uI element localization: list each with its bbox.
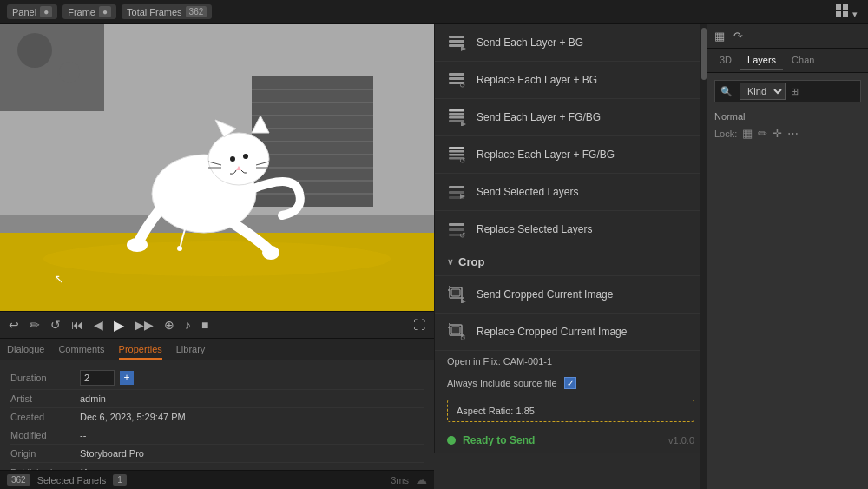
tab-dialogue[interactable]: Dialogue (7, 340, 44, 360)
version-label: v1.0.0 (668, 435, 694, 446)
duration-plus-button[interactable]: + (120, 371, 134, 385)
scrollbar[interactable] (700, 24, 707, 489)
replace-cropped-icon: ↺ (447, 322, 466, 341)
total-frames-value: 362 (186, 6, 207, 17)
send-each-layer-fgbg-label: Send Each Layer + FG/BG (477, 111, 601, 123)
left-panel: ↖ ↩ ✏ ↺ ⏮ ◀ ▶ ▶▶ ⊕ ♪ ■ ⛶ Dialogue Commen… (0, 24, 434, 489)
panel-pill[interactable]: Panel ● (7, 4, 57, 19)
layers-extend-icon[interactable]: ⊞ (791, 86, 799, 97)
send-cropped-current-image-item[interactable]: Send Cropped Current Image (435, 276, 707, 314)
forward-icon[interactable]: ↷ (733, 30, 743, 43)
svg-point-32 (127, 238, 148, 252)
svg-text:↺: ↺ (459, 156, 466, 163)
right-panel: ▦ ↷ 3D Layers Chan 🔍 Kind ⊞ Normal Lock:… (707, 24, 868, 489)
created-row: Created Dec 6, 2023, 5:29:47 PM (10, 408, 424, 426)
video-area: ↖ (0, 24, 434, 311)
skip-back-button[interactable]: ⏮ (69, 316, 85, 334)
prev-button[interactable]: ◀ (92, 316, 105, 334)
send-each-layer-bg-item[interactable]: Send Each Layer + BG (435, 24, 707, 62)
audio-button[interactable]: ♪ (183, 316, 193, 334)
svg-rect-45 (449, 113, 464, 116)
svg-rect-47 (449, 120, 464, 122)
replace-cropped-current-image-label: Replace Cropped Current Image (477, 326, 627, 338)
svg-rect-41 (449, 77, 464, 80)
layout-icon[interactable]: ▦ (714, 30, 725, 43)
replace-selected-layers-label: Replace Selected Layers (477, 223, 592, 235)
svg-point-25 (230, 156, 235, 162)
fullscreen-button[interactable]: ⛶ (411, 316, 427, 334)
duration-row: Duration + (10, 367, 424, 390)
panel-badge: ● (40, 6, 52, 17)
more-icon: ⋯ (787, 127, 799, 140)
next-button[interactable]: ▶▶ (133, 316, 155, 334)
replace-cropped-current-image-item[interactable]: ↺ Replace Cropped Current Image (435, 314, 707, 351)
panels-count-badge: 1 (113, 474, 127, 486)
replace-each-layer-fgbg-item[interactable]: ↺ Replace Each Layer + FG/BG (435, 136, 707, 174)
redo-button[interactable]: ↺ (49, 316, 62, 334)
tab-3d[interactable]: 3D (713, 51, 739, 70)
send-cropped-current-image-label: Send Cropped Current Image (477, 288, 613, 301)
svg-text:↺: ↺ (459, 81, 466, 89)
svg-rect-37 (449, 40, 464, 43)
created-value: Dec 6, 2023, 5:29:47 PM (80, 412, 186, 422)
tab-chan[interactable]: Chan (785, 51, 821, 70)
top-bar: Panel ● Frame ● Total Frames 362 ▾ (0, 0, 868, 24)
right-top-bar: ▦ ↷ (707, 24, 868, 49)
draw-button[interactable]: ✏ (28, 316, 42, 334)
replace-selected-layers-item[interactable]: ↺ Replace Selected Layers (435, 211, 707, 248)
frame-pill[interactable]: Frame ● (62, 4, 116, 19)
svg-point-17 (17, 33, 52, 68)
crop-section-header[interactable]: ∨ Crop (435, 248, 707, 276)
modified-label: Modified (10, 430, 80, 440)
svg-point-20 (43, 241, 391, 276)
always-include-checkbox[interactable]: ✓ (564, 377, 576, 389)
replace-each-layer-fgbg-label: Replace Each Layer + FG/BG (477, 149, 615, 161)
duration-label: Duration (10, 373, 80, 383)
blend-mode-label: Normal (714, 108, 861, 125)
svg-rect-46 (449, 116, 464, 119)
stop-button[interactable]: ■ (200, 316, 210, 334)
modified-value: -- (80, 430, 86, 440)
grid-icon[interactable]: ▾ (835, 3, 858, 20)
origin-value: Storyboard Pro (80, 448, 144, 459)
svg-text:↖: ↖ (54, 272, 64, 286)
svg-rect-36 (449, 36, 464, 38)
play-button[interactable]: ▶ (112, 315, 126, 335)
created-label: Created (10, 412, 80, 422)
svg-point-26 (243, 154, 248, 159)
open-in-flix-label: Open in Flix: CAM-001-1 (447, 356, 552, 367)
always-include-row: Always Include source file ✓ (435, 372, 707, 394)
frames-badge: 362 (7, 474, 30, 486)
tab-library[interactable]: Library (176, 340, 206, 360)
duration-input[interactable] (80, 370, 115, 386)
replace-each-layer-fgbg-icon: ↺ (447, 145, 466, 164)
replace-each-layer-bg-item[interactable]: ↺ Replace Each Layer + BG (435, 62, 707, 99)
svg-point-33 (262, 246, 279, 260)
add-button[interactable]: ⊕ (162, 316, 176, 334)
svg-rect-40 (449, 73, 464, 76)
center-panel-wrapper: Send Each Layer + BG ↺ Replace Each Laye… (434, 24, 707, 489)
lock-label: Lock: (714, 129, 737, 139)
send-selected-layers-item[interactable]: Send Selected Layers (435, 174, 707, 211)
tab-layers[interactable]: Layers (740, 51, 783, 70)
svg-rect-54 (449, 186, 464, 188)
properties-area: Duration + Artist admin Created Dec 6, 2… (0, 360, 434, 470)
svg-marker-68 (461, 299, 466, 303)
svg-point-18 (59, 62, 80, 83)
total-frames-pill[interactable]: Total Frames 362 (122, 4, 212, 19)
center-panel: Send Each Layer + BG ↺ Replace Each Laye… (434, 24, 707, 453)
rewind-button[interactable]: ↩ (7, 316, 21, 334)
send-each-layer-fgbg-item[interactable]: Send Each Layer + FG/BG (435, 99, 707, 136)
move-icon: ✛ (773, 127, 782, 140)
artist-row: Artist admin (10, 390, 424, 408)
tab-properties[interactable]: Properties (119, 340, 162, 360)
origin-label: Origin (10, 448, 80, 459)
checkerboard-icon: ▦ (742, 127, 753, 140)
svg-point-34 (177, 246, 182, 251)
kind-select[interactable]: Kind (740, 83, 786, 100)
tab-comments[interactable]: Comments (58, 340, 104, 360)
main-layout: ↖ ↩ ✏ ↺ ⏮ ◀ ▶ ▶▶ ⊕ ♪ ■ ⛶ Dialogue Commen… (0, 24, 868, 489)
svg-rect-2 (836, 11, 841, 17)
svg-rect-70 (451, 327, 460, 334)
bottom-tabs: Dialogue Comments Properties Library (0, 339, 434, 360)
